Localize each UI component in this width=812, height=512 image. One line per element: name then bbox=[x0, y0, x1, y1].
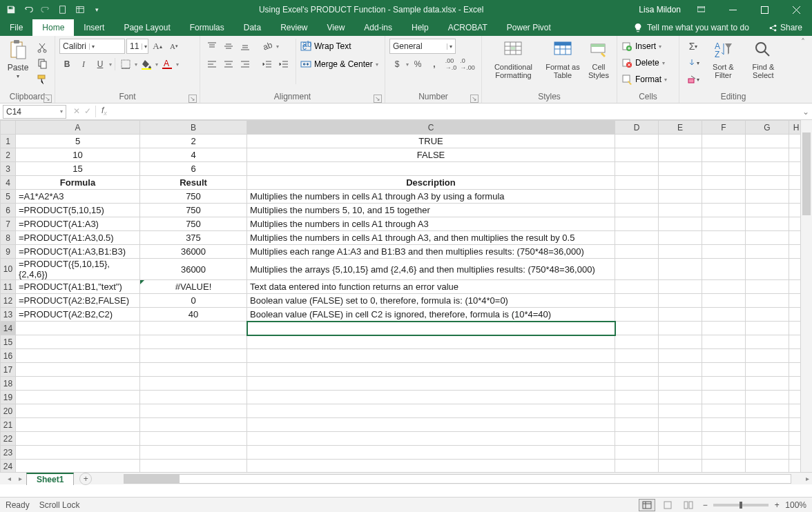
cell[interactable] bbox=[659, 294, 702, 308]
tab-addins[interactable]: Add-ins bbox=[354, 19, 402, 36]
cell[interactable] bbox=[746, 259, 789, 280]
copy-icon[interactable] bbox=[35, 56, 50, 71]
qat-customize-icon[interactable]: ▾ bbox=[89, 2, 105, 17]
merge-center-button[interactable]: Merge & Center ▾ bbox=[300, 57, 378, 72]
align-right-icon[interactable] bbox=[238, 57, 253, 72]
zoom-slider[interactable] bbox=[713, 504, 768, 506]
row-header[interactable]: 19 bbox=[1, 391, 16, 404]
cell[interactable] bbox=[659, 349, 702, 363]
comma-icon[interactable]: , bbox=[427, 57, 442, 72]
cell[interactable] bbox=[702, 308, 746, 322]
launcher-icon[interactable]: ↘ bbox=[44, 95, 52, 103]
clear-icon[interactable]: ▾ bbox=[684, 72, 703, 87]
align-left-icon[interactable] bbox=[204, 57, 220, 72]
cell[interactable] bbox=[659, 418, 702, 432]
cell[interactable] bbox=[615, 335, 659, 349]
cell[interactable] bbox=[746, 280, 789, 294]
cell[interactable] bbox=[746, 391, 789, 404]
cell[interactable] bbox=[702, 391, 746, 404]
vertical-scrollbar[interactable] bbox=[800, 120, 812, 472]
cell[interactable]: Multiplies the numbers 5, 10, and 15 tog… bbox=[247, 204, 615, 217]
align-middle-icon[interactable] bbox=[221, 39, 236, 54]
undo-icon[interactable] bbox=[20, 2, 36, 17]
cell[interactable] bbox=[702, 446, 746, 460]
cell[interactable] bbox=[140, 335, 247, 349]
cell[interactable] bbox=[247, 404, 615, 418]
cell[interactable] bbox=[615, 259, 659, 280]
cell[interactable] bbox=[746, 162, 789, 176]
cell[interactable] bbox=[746, 335, 789, 349]
cell[interactable] bbox=[746, 432, 789, 446]
cell[interactable] bbox=[16, 404, 140, 418]
row-header[interactable]: 22 bbox=[1, 432, 16, 446]
horizontal-scrollbar[interactable] bbox=[124, 474, 791, 484]
cell[interactable]: 0 bbox=[140, 294, 247, 308]
row-header[interactable]: 7 bbox=[1, 217, 16, 231]
row-header[interactable]: 4 bbox=[1, 176, 16, 190]
align-top-icon[interactable] bbox=[204, 39, 220, 54]
cell[interactable]: 375 bbox=[140, 231, 247, 245]
col-header[interactable]: C bbox=[247, 121, 615, 135]
cell[interactable] bbox=[702, 217, 746, 231]
row-header[interactable]: 5 bbox=[1, 190, 16, 204]
cell[interactable]: Formula bbox=[16, 176, 140, 190]
cell[interactable] bbox=[746, 190, 789, 204]
row-header[interactable]: 3 bbox=[1, 162, 16, 176]
cell[interactable]: 15 bbox=[16, 162, 140, 176]
cell[interactable] bbox=[16, 322, 140, 335]
cell[interactable] bbox=[659, 204, 702, 217]
cell[interactable] bbox=[615, 391, 659, 404]
redo-icon[interactable] bbox=[37, 2, 53, 17]
cell[interactable] bbox=[702, 148, 746, 162]
cell[interactable] bbox=[659, 322, 702, 335]
col-header[interactable]: G bbox=[746, 121, 789, 135]
tell-me-search[interactable]: Tell me what you want to do bbox=[624, 23, 759, 32]
tab-acrobat[interactable]: ACROBAT bbox=[438, 19, 497, 36]
row-header[interactable]: 16 bbox=[1, 349, 16, 363]
cell[interactable]: #VALUE! bbox=[140, 280, 247, 294]
cell[interactable] bbox=[659, 404, 702, 418]
row-header[interactable]: 15 bbox=[1, 335, 16, 349]
launcher-icon[interactable]: ↘ bbox=[374, 95, 382, 103]
cell[interactable] bbox=[247, 391, 615, 404]
format-painter-icon[interactable] bbox=[35, 72, 50, 87]
formula-input[interactable] bbox=[111, 105, 800, 119]
cell[interactable] bbox=[16, 377, 140, 391]
col-header[interactable]: A bbox=[16, 121, 140, 135]
share-button[interactable]: Share bbox=[759, 23, 812, 32]
cell[interactable] bbox=[247, 446, 615, 460]
cell[interactable] bbox=[16, 446, 140, 460]
font-size-combo[interactable]: 11▾ bbox=[126, 39, 148, 54]
format-button[interactable]: Format▾ bbox=[621, 72, 667, 87]
cell[interactable] bbox=[702, 135, 746, 148]
row-header[interactable]: 24 bbox=[1, 460, 16, 473]
cell[interactable] bbox=[746, 217, 789, 231]
minimize-icon[interactable] bbox=[717, 0, 748, 19]
maximize-icon[interactable] bbox=[748, 0, 780, 19]
view-normal-icon[interactable] bbox=[639, 499, 655, 511]
cell[interactable]: 750 bbox=[140, 190, 247, 204]
cell[interactable] bbox=[247, 418, 615, 432]
cell[interactable] bbox=[615, 148, 659, 162]
fill-color-icon[interactable] bbox=[139, 57, 154, 72]
cell[interactable] bbox=[615, 460, 659, 473]
cell[interactable] bbox=[615, 217, 659, 231]
cell[interactable] bbox=[746, 204, 789, 217]
cell[interactable]: 6 bbox=[140, 162, 247, 176]
cell[interactable] bbox=[659, 162, 702, 176]
cell[interactable] bbox=[247, 322, 615, 335]
cell[interactable] bbox=[615, 446, 659, 460]
view-page-layout-icon[interactable] bbox=[659, 499, 676, 511]
wrap-text-button[interactable]: abc Wrap Text bbox=[300, 39, 378, 54]
tab-page-layout[interactable]: Page Layout bbox=[114, 19, 180, 36]
row-header[interactable]: 11 bbox=[1, 280, 16, 294]
increase-decimal-icon[interactable]: .00→.0 bbox=[443, 57, 458, 72]
cell[interactable] bbox=[702, 377, 746, 391]
enter-fx-icon[interactable]: ✓ bbox=[84, 106, 91, 116]
cell[interactable] bbox=[615, 349, 659, 363]
decrease-indent-icon[interactable] bbox=[260, 57, 275, 72]
cell[interactable]: 750 bbox=[140, 204, 247, 217]
cell[interactable] bbox=[659, 135, 702, 148]
cell[interactable] bbox=[247, 377, 615, 391]
tab-powerpivot[interactable]: Power Pivot bbox=[497, 19, 561, 36]
